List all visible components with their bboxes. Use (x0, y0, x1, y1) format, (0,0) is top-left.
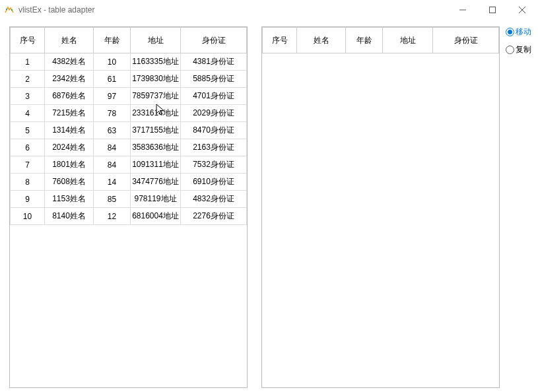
cell-age[interactable]: 97 (94, 88, 131, 105)
cell-id[interactable]: 2163身份证 (181, 139, 247, 156)
cell-addr[interactable]: 3474776地址 (131, 174, 181, 191)
cell-name[interactable]: 1153姓名 (45, 191, 94, 208)
cell-id[interactable]: 7532身份证 (181, 156, 247, 174)
cell-id[interactable]: 4381身份证 (181, 53, 247, 71)
cell-name[interactable]: 7608姓名 (45, 174, 94, 191)
cell-addr[interactable]: 2331614地址 (131, 105, 181, 122)
content-area: 序号 姓名 年龄 地址 身份证 14382姓名101163335地址4381身份… (0, 20, 538, 392)
radio-dot-icon (506, 46, 514, 54)
cell-age[interactable]: 84 (94, 156, 131, 174)
cell-seq[interactable]: 4 (11, 105, 45, 122)
table-header-row: 序号 姓名 年龄 地址 身份证 (263, 28, 499, 53)
col-header-addr[interactable]: 地址 (131, 28, 181, 53)
col-header-seq[interactable]: 序号 (263, 28, 297, 53)
cell-age[interactable]: 10 (94, 53, 131, 71)
table-row[interactable]: 22342姓名611739830地址5885身份证 (11, 71, 247, 88)
cell-seq[interactable]: 7 (11, 156, 45, 174)
table-row[interactable]: 108140姓名126816004地址2276身份证 (11, 208, 247, 225)
radio-copy[interactable]: 复制 (506, 44, 531, 55)
cell-seq[interactable]: 3 (11, 88, 45, 105)
radio-move[interactable]: 移动 (506, 26, 531, 38)
col-header-age[interactable]: 年龄 (94, 28, 131, 53)
table-header-row: 序号 姓名 年龄 地址 身份证 (11, 28, 247, 53)
window-title: vlistEx - table adapter (18, 5, 448, 15)
right-table[interactable]: 序号 姓名 年龄 地址 身份证 (261, 26, 500, 388)
svg-rect-3 (489, 7, 495, 13)
cell-seq[interactable]: 2 (11, 71, 45, 88)
table-row[interactable]: 47215姓名782331614地址2029身份证 (11, 105, 247, 122)
cell-id[interactable]: 6910身份证 (181, 174, 247, 191)
cell-addr[interactable]: 3583636地址 (131, 139, 181, 156)
col-header-age[interactable]: 年龄 (346, 28, 383, 53)
cell-addr[interactable]: 1739830地址 (131, 71, 181, 88)
cell-name[interactable]: 2342姓名 (45, 71, 94, 88)
close-button[interactable] (507, 1, 537, 20)
cell-id[interactable]: 2276身份证 (181, 208, 247, 225)
cell-age[interactable]: 85 (94, 191, 131, 208)
svg-point-0 (6, 9, 7, 10)
table-row[interactable]: 14382姓名101163335地址4381身份证 (11, 53, 247, 71)
table-row[interactable]: 71801姓名841091311地址7532身份证 (11, 156, 247, 174)
col-header-addr[interactable]: 地址 (383, 28, 433, 53)
cell-name[interactable]: 1801姓名 (45, 156, 94, 174)
radio-copy-label: 复制 (516, 44, 531, 55)
cell-age[interactable]: 63 (94, 122, 131, 139)
radio-move-label: 移动 (516, 26, 531, 38)
titlebar[interactable]: vlistEx - table adapter (0, 0, 538, 20)
maximize-button[interactable] (477, 1, 507, 20)
cell-seq[interactable]: 1 (11, 53, 45, 71)
cell-seq[interactable]: 6 (11, 139, 45, 156)
cell-seq[interactable]: 10 (11, 208, 45, 225)
cell-name[interactable]: 8140姓名 (45, 208, 94, 225)
col-header-name[interactable]: 姓名 (45, 28, 94, 53)
cell-addr[interactable]: 3717155地址 (131, 122, 181, 139)
app-icon (4, 5, 15, 15)
cell-seq[interactable]: 9 (11, 191, 45, 208)
table-row[interactable]: 87608姓名143474776地址6910身份证 (11, 174, 247, 191)
table-row[interactable]: 36876姓名977859737地址4701身份证 (11, 88, 247, 105)
cell-seq[interactable]: 5 (11, 122, 45, 139)
table-row[interactable]: 51314姓名633717155地址8470身份证 (11, 122, 247, 139)
cell-name[interactable]: 7215姓名 (45, 105, 94, 122)
cell-name[interactable]: 4382姓名 (45, 53, 94, 71)
cell-age[interactable]: 12 (94, 208, 131, 225)
cell-age[interactable]: 14 (94, 174, 131, 191)
radio-dot-icon (506, 28, 514, 36)
cell-name[interactable]: 1314姓名 (45, 122, 94, 139)
minimize-button[interactable] (448, 1, 477, 20)
cell-name[interactable]: 2024姓名 (45, 139, 94, 156)
col-header-id[interactable]: 身份证 (181, 28, 247, 53)
cell-name[interactable]: 6876姓名 (45, 88, 94, 105)
col-header-id[interactable]: 身份证 (433, 28, 499, 53)
cell-addr[interactable]: 978119地址 (131, 191, 181, 208)
cell-id[interactable]: 4832身份证 (181, 191, 247, 208)
left-table[interactable]: 序号 姓名 年龄 地址 身份证 14382姓名101163335地址4381身份… (9, 26, 248, 388)
cell-seq[interactable]: 8 (11, 174, 45, 191)
cell-age[interactable]: 78 (94, 105, 131, 122)
svg-point-1 (11, 9, 13, 11)
cell-addr[interactable]: 6816004地址 (131, 208, 181, 225)
col-header-seq[interactable]: 序号 (11, 28, 45, 53)
cell-id[interactable]: 5885身份证 (181, 71, 247, 88)
col-header-name[interactable]: 姓名 (297, 28, 346, 53)
mode-radio-group: 移动 复制 (506, 26, 531, 55)
cell-age[interactable]: 84 (94, 139, 131, 156)
cell-age[interactable]: 61 (94, 71, 131, 88)
table-row[interactable]: 62024姓名843583636地址2163身份证 (11, 139, 247, 156)
cell-id[interactable]: 8470身份证 (181, 122, 247, 139)
cell-id[interactable]: 4701身份证 (181, 88, 247, 105)
cell-addr[interactable]: 1163335地址 (131, 53, 181, 71)
cell-id[interactable]: 2029身份证 (181, 105, 247, 122)
cell-addr[interactable]: 7859737地址 (131, 88, 181, 105)
cell-addr[interactable]: 1091311地址 (131, 156, 181, 174)
table-row[interactable]: 91153姓名85978119地址4832身份证 (11, 191, 247, 208)
